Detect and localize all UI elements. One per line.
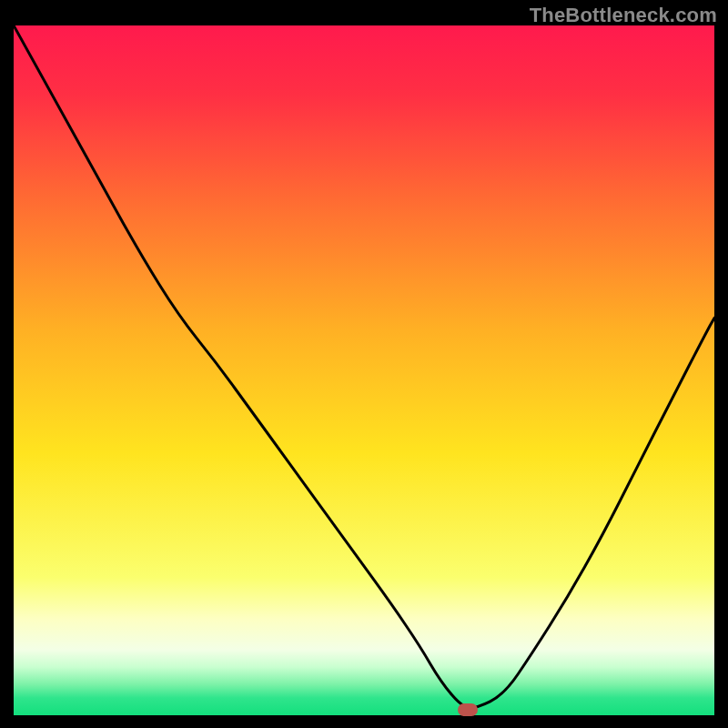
bottleneck-chart — [14, 25, 714, 715]
optimal-marker — [458, 703, 478, 716]
chart-frame: TheBottleneck.com — [0, 0, 728, 728]
watermark-text: TheBottleneck.com — [530, 4, 717, 27]
plot-background — [14, 25, 714, 715]
